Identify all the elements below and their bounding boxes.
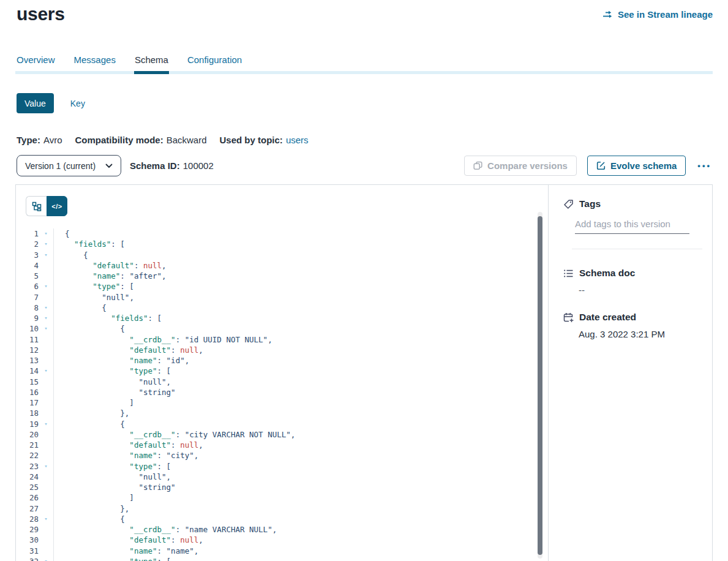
code-text: "name": "city", xyxy=(53,450,198,461)
code-line: 20 "__crdb__": "city VARCHAR NOT NULL", xyxy=(16,429,536,440)
line-number: 18 xyxy=(16,408,39,418)
schema-sidebar: Tags Schema doc -- xyxy=(549,185,712,561)
fold-toggle-icon[interactable]: ▾ xyxy=(39,239,53,249)
tab-schema[interactable]: Schema xyxy=(135,55,168,67)
line-number: 14 xyxy=(16,366,39,376)
code-line: 16 "string" xyxy=(16,387,536,397)
calendar-icon xyxy=(563,312,574,323)
compare-versions-button[interactable]: Compare versions xyxy=(464,156,577,176)
tags-input[interactable] xyxy=(575,217,689,234)
fold-spacer xyxy=(39,355,53,366)
fold-toggle-icon[interactable]: ▾ xyxy=(39,303,53,313)
line-number: 21 xyxy=(16,440,39,450)
tags-section: Tags xyxy=(563,198,702,249)
meta-value[interactable]: users xyxy=(286,135,309,145)
editor-scrollbar-thumb[interactable] xyxy=(538,216,542,555)
version-select-value: Version 1 (current) xyxy=(25,161,96,171)
editor-scrollbar-track[interactable] xyxy=(538,212,542,559)
line-number: 17 xyxy=(16,397,39,408)
code-line: 30 "default": null, xyxy=(16,535,536,545)
tab-configuration[interactable]: Configuration xyxy=(187,55,242,67)
meta-label: Type: xyxy=(17,135,40,145)
line-number: 25 xyxy=(16,482,39,492)
code-line: 5 "name": "after", xyxy=(16,271,536,281)
meta-label: Compatibility mode: xyxy=(75,135,163,145)
code-line: 9▾ "fields": [ xyxy=(16,313,536,323)
line-number: 6 xyxy=(16,281,39,292)
schema-doc-value: -- xyxy=(579,285,702,295)
line-number: 20 xyxy=(16,429,39,440)
code-text: "__crdb__": "id UUID NOT NULL", xyxy=(53,334,272,345)
code-text: "type": [ xyxy=(53,461,171,472)
fold-spacer xyxy=(39,334,53,345)
code-line: 14▾ "type": [ xyxy=(16,366,536,376)
code-text: "__crdb__": "name VARCHAR NULL", xyxy=(53,524,277,535)
fold-toggle-icon[interactable]: ▾ xyxy=(39,366,53,376)
code-line: 4 "default": null, xyxy=(16,260,536,271)
line-number: 23 xyxy=(16,461,39,472)
fold-spacer xyxy=(39,408,53,418)
fold-toggle-icon[interactable]: ▾ xyxy=(39,313,53,323)
value-tab-button[interactable]: Value xyxy=(17,93,54,113)
tab-overview[interactable]: Overview xyxy=(17,55,55,67)
line-number: 22 xyxy=(16,450,39,461)
fold-toggle-icon[interactable]: ▾ xyxy=(39,281,53,292)
code-text: }, xyxy=(53,408,129,418)
fold-spacer xyxy=(39,546,53,556)
stream-lineage-icon xyxy=(602,10,613,19)
code-line: 25 "string" xyxy=(16,482,536,492)
code-line: 1▾{ xyxy=(16,228,536,239)
code-text: "name": "id", xyxy=(53,355,189,366)
fold-toggle-icon[interactable]: ▾ xyxy=(39,419,53,429)
meta-item: Type:Avro xyxy=(17,135,62,145)
line-number: 31 xyxy=(16,546,39,556)
tabs: OverviewMessagesSchemaConfiguration xyxy=(17,55,242,67)
code-view-button[interactable]: </> xyxy=(47,196,67,216)
code-line: 2▾ "fields": [ xyxy=(16,239,536,249)
line-number: 2 xyxy=(16,239,39,249)
code-line: 24 "null", xyxy=(16,472,536,482)
code-line: 3▾ { xyxy=(16,250,536,260)
value-key-segment: Value Key xyxy=(17,93,85,113)
schema-meta-row: Type:AvroCompatibility mode:BackwardUsed… xyxy=(17,135,309,145)
fold-toggle-icon[interactable]: ▾ xyxy=(39,556,53,561)
line-number: 15 xyxy=(16,377,39,387)
tab-messages[interactable]: Messages xyxy=(74,55,116,67)
meta-value: Avro xyxy=(43,135,62,145)
schema-panel: </> 1▾{2▾ "fields": [3▾ {4 "default": nu… xyxy=(15,184,713,561)
code-text: "string" xyxy=(53,387,176,397)
line-number: 4 xyxy=(16,260,39,271)
code-line: 19▾ { xyxy=(16,419,536,429)
line-number: 26 xyxy=(16,492,39,503)
code-text: "type": [ xyxy=(53,556,171,561)
fold-toggle-icon[interactable]: ▾ xyxy=(39,514,53,524)
version-select[interactable]: Version 1 (current) xyxy=(17,155,121,176)
fold-spacer xyxy=(39,345,53,355)
fold-toggle-icon[interactable]: ▾ xyxy=(39,228,53,239)
code-line: 18 }, xyxy=(16,408,536,418)
fold-spacer xyxy=(39,429,53,440)
date-created-section: Date created Aug. 3 2022 3:21 PM xyxy=(563,312,702,339)
code-text: "fields": [ xyxy=(53,239,125,249)
meta-value: Backward xyxy=(167,135,207,145)
code-text: "default": null, xyxy=(53,345,203,355)
code-line: 29 "__crdb__": "name VARCHAR NULL", xyxy=(16,524,536,535)
evolve-schema-button[interactable]: Evolve schema xyxy=(587,156,686,176)
line-number: 32 xyxy=(16,556,39,561)
tree-view-icon xyxy=(32,201,42,211)
fold-toggle-icon[interactable]: ▾ xyxy=(39,461,53,472)
line-number: 24 xyxy=(16,472,39,482)
stream-lineage-link[interactable]: See in Stream lineage xyxy=(602,9,713,20)
code-line: 28▾ { xyxy=(16,514,536,524)
fold-spacer xyxy=(39,503,53,514)
more-options-button[interactable]: ••• xyxy=(696,161,713,170)
fold-toggle-icon[interactable]: ▾ xyxy=(39,250,53,260)
code-text: "null", xyxy=(53,292,134,303)
fold-spacer xyxy=(39,524,53,535)
code-line: 22 "name": "city", xyxy=(16,450,536,461)
key-tab-button[interactable]: Key xyxy=(70,99,85,108)
fold-toggle-icon[interactable]: ▾ xyxy=(39,323,53,334)
meta-item: Compatibility mode:Backward xyxy=(75,135,206,145)
code-text: "null", xyxy=(53,472,171,482)
tree-view-button[interactable] xyxy=(26,196,47,216)
